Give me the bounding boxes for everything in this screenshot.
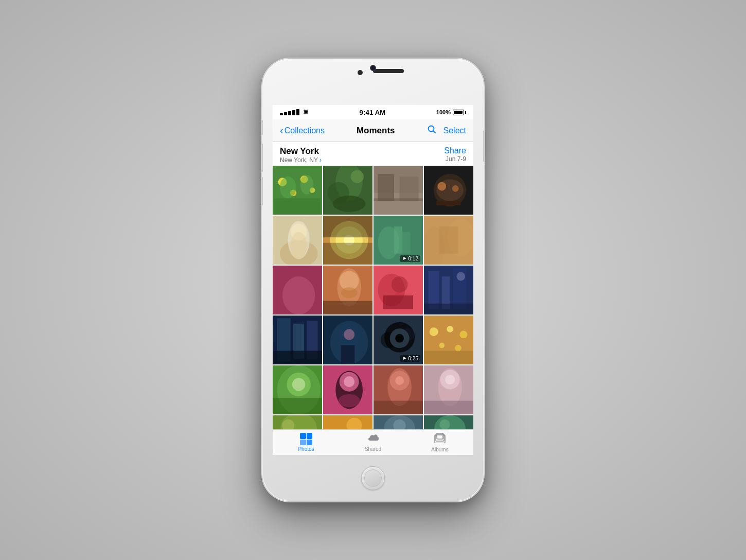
photo-row-2: 0:12 — [273, 216, 473, 265]
svg-rect-92 — [424, 351, 473, 364]
photo-cell-13[interactable] — [273, 316, 322, 364]
status-right: 100% — [436, 109, 466, 115]
svg-point-111 — [445, 375, 455, 384]
photo-cell-1[interactable] — [273, 166, 322, 215]
wifi-icon: ⌘ — [303, 109, 309, 116]
svg-point-14 — [333, 196, 365, 212]
svg-point-13 — [351, 170, 364, 183]
svg-rect-7 — [274, 198, 321, 215]
photo-cell-12[interactable] — [424, 266, 473, 314]
signal-bar-3 — [288, 111, 291, 115]
volume-down-button[interactable] — [261, 177, 263, 205]
svg-point-67 — [456, 272, 465, 281]
photo-cell-9[interactable] — [273, 266, 322, 314]
svg-rect-97 — [273, 398, 322, 414]
search-icon[interactable] — [427, 125, 436, 136]
svg-rect-41 — [402, 232, 411, 254]
moment-location: New York New York, NY › — [280, 146, 322, 164]
svg-rect-72 — [273, 351, 322, 364]
photo-row-4: 0:25 — [273, 316, 473, 364]
photo-row-1 — [273, 166, 473, 215]
svg-point-89 — [460, 330, 468, 338]
shared-tab-icon — [367, 433, 379, 445]
mute-switch[interactable] — [261, 120, 263, 135]
photo-cell-2[interactable] — [323, 166, 372, 215]
signal-area: ⌘ — [280, 109, 309, 116]
svg-point-56 — [341, 287, 358, 298]
svg-rect-48 — [439, 226, 458, 254]
photo-cell-7[interactable]: 0:12 — [374, 216, 423, 265]
photo-cell-5[interactable] — [273, 216, 322, 265]
svg-point-83 — [395, 334, 404, 343]
home-button[interactable] — [361, 466, 385, 490]
select-button[interactable]: Select — [443, 126, 466, 135]
svg-rect-107 — [374, 400, 423, 414]
photo-cell-10[interactable] — [323, 266, 372, 314]
photo-cell-22[interactable] — [323, 415, 372, 429]
volume-up-button[interactable] — [261, 144, 263, 172]
power-button[interactable] — [483, 131, 485, 162]
photo-cell-8[interactable] — [424, 216, 473, 265]
moment-right: Share Jun 7-9 — [444, 146, 466, 163]
video-duration-7: 0:12 — [408, 256, 418, 261]
svg-point-101 — [344, 376, 354, 387]
photo-row-6 — [273, 415, 473, 429]
signal-bars — [280, 109, 299, 115]
tab-photos[interactable]: Photos — [273, 430, 340, 455]
photo-row-3 — [273, 266, 473, 314]
moment-city: New York — [280, 146, 322, 156]
photo-cell-11[interactable] — [374, 266, 423, 314]
photo-cell-4[interactable] — [424, 166, 473, 215]
svg-rect-66 — [424, 304, 473, 314]
signal-bar-2 — [284, 112, 287, 115]
tab-albums[interactable]: Albums — [406, 430, 473, 455]
back-label: Collections — [285, 126, 325, 135]
photo-cell-21[interactable] — [273, 415, 322, 429]
photo-grid: 0:12 — [273, 166, 473, 429]
svg-rect-112 — [424, 400, 473, 414]
photo-cell-16[interactable] — [424, 316, 473, 364]
tab-shared[interactable]: Shared — [340, 430, 406, 455]
svg-rect-36 — [323, 243, 372, 265]
svg-point-30 — [291, 232, 307, 259]
signal-bar-4 — [292, 110, 295, 115]
phone-frame: ⌘ 9:41 AM 100% ‹ Collections Moments — [262, 59, 484, 501]
svg-line-1 — [433, 131, 435, 133]
svg-point-124 — [439, 419, 450, 429]
photo-cell-23[interactable] — [374, 415, 423, 429]
moment-location-detail: New York, NY › — [280, 156, 322, 164]
photo-cell-3[interactable] — [374, 166, 423, 215]
albums-tab-icon — [434, 433, 446, 446]
svg-point-76 — [344, 329, 354, 340]
svg-point-91 — [455, 345, 461, 352]
status-time: 9:41 AM — [360, 109, 386, 116]
nav-actions: Select — [427, 125, 466, 136]
photo-cell-19[interactable] — [374, 365, 423, 414]
svg-rect-17 — [378, 174, 394, 201]
svg-point-87 — [430, 327, 438, 336]
photo-cell-14[interactable] — [323, 316, 372, 364]
video-badge-15: 0:25 — [400, 355, 420, 362]
svg-point-88 — [447, 326, 453, 332]
photo-cell-15[interactable]: 0:25 — [374, 316, 423, 364]
svg-point-23 — [437, 182, 446, 191]
photo-cell-24[interactable] — [424, 415, 473, 429]
phone-top-hardware — [262, 59, 484, 105]
battery-percentage: 100% — [436, 109, 451, 115]
photo-cell-20[interactable] — [424, 365, 473, 414]
photo-cell-18[interactable] — [323, 365, 372, 414]
photo-row-5 — [273, 365, 473, 414]
photos-tab-icon — [300, 433, 312, 445]
back-button[interactable]: ‹ Collections — [280, 126, 325, 135]
photo-cell-6[interactable] — [323, 216, 372, 265]
share-button[interactable]: Share — [444, 146, 466, 155]
photos-icon-sq-4 — [307, 440, 313, 446]
photo-cell-17[interactable] — [273, 365, 322, 414]
tab-photos-label: Photos — [298, 446, 314, 452]
front-camera — [358, 70, 363, 75]
svg-rect-40 — [394, 226, 402, 254]
video-badge-7: 0:12 — [400, 255, 420, 262]
home-button-inner — [364, 469, 382, 487]
photos-icon-sq-3 — [300, 440, 306, 446]
signal-bar-5 — [296, 109, 299, 115]
